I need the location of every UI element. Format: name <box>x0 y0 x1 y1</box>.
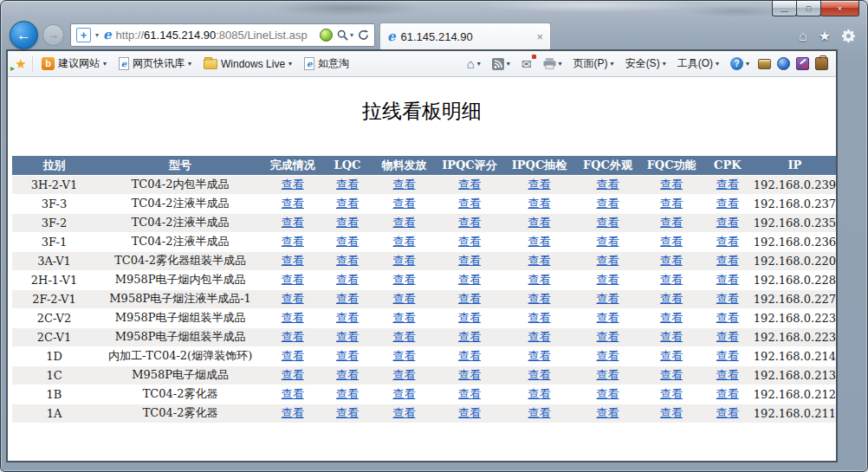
view-link[interactable]: 查看 <box>596 216 619 229</box>
view-link[interactable]: 查看 <box>392 330 415 343</box>
gear-icon[interactable] <box>842 29 855 42</box>
view-link[interactable]: 查看 <box>596 311 619 324</box>
view-link[interactable]: 查看 <box>458 292 481 305</box>
view-link[interactable]: 查看 <box>282 368 304 381</box>
view-link[interactable]: 查看 <box>458 387 481 400</box>
view-link[interactable]: 查看 <box>392 216 415 229</box>
close-button[interactable]: × <box>820 1 859 16</box>
translate-icon[interactable] <box>796 57 809 70</box>
view-link[interactable]: 查看 <box>596 330 619 343</box>
view-link[interactable]: 查看 <box>336 349 359 362</box>
site-list-button[interactable]: + <box>76 28 91 42</box>
favorites-star-icon[interactable]: ★ <box>819 28 831 44</box>
view-link[interactable]: 查看 <box>392 387 415 400</box>
view-link[interactable]: 查看 <box>282 330 304 343</box>
view-link[interactable]: 查看 <box>716 254 739 267</box>
view-link[interactable]: 查看 <box>716 292 739 305</box>
view-link[interactable]: 查看 <box>716 197 739 210</box>
favorites-item[interactable]: Windows Live▾ <box>198 56 298 72</box>
view-link[interactable]: 查看 <box>458 368 481 381</box>
view-link[interactable]: 查看 <box>716 368 739 381</box>
view-link[interactable]: 查看 <box>660 311 683 324</box>
view-link[interactable]: 查看 <box>660 349 683 362</box>
view-link[interactable]: 查看 <box>528 406 551 419</box>
addon-icon[interactable] <box>320 29 333 42</box>
view-link[interactable]: 查看 <box>716 311 739 324</box>
view-link[interactable]: 查看 <box>458 273 481 286</box>
view-link[interactable]: 查看 <box>458 349 481 362</box>
view-link[interactable]: 查看 <box>660 235 683 248</box>
view-link[interactable]: 查看 <box>282 349 304 362</box>
view-link[interactable]: 查看 <box>660 406 683 419</box>
view-link[interactable]: 查看 <box>458 330 481 343</box>
view-link[interactable]: 查看 <box>282 406 304 419</box>
view-link[interactable]: 查看 <box>660 178 683 191</box>
favorites-item[interactable]: e如意淘 <box>298 55 355 73</box>
view-link[interactable]: 查看 <box>528 292 551 305</box>
view-link[interactable]: 查看 <box>528 311 551 324</box>
view-link[interactable]: 查看 <box>596 368 619 381</box>
view-link[interactable]: 查看 <box>660 254 683 267</box>
view-link[interactable]: 查看 <box>596 254 619 267</box>
forward-button[interactable]: → <box>42 24 64 46</box>
view-link[interactable]: 查看 <box>392 273 415 286</box>
chevron-down-icon[interactable]: ▾ <box>95 31 99 39</box>
briefcase-icon[interactable] <box>815 57 828 70</box>
view-link[interactable]: 查看 <box>282 235 304 248</box>
globe-icon[interactable] <box>777 57 790 70</box>
maximize-button[interactable]: □ <box>796 1 821 16</box>
view-link[interactable]: 查看 <box>528 387 551 400</box>
view-link[interactable]: 查看 <box>336 368 359 381</box>
view-link[interactable]: 查看 <box>282 178 304 191</box>
view-link[interactable]: 查看 <box>392 406 415 419</box>
view-link[interactable]: 查看 <box>336 235 359 248</box>
view-link[interactable]: 查看 <box>336 387 359 400</box>
favorites-item[interactable]: b建议网站▾ <box>36 55 113 73</box>
view-link[interactable]: 查看 <box>716 349 739 362</box>
view-link[interactable]: 查看 <box>528 216 551 229</box>
view-link[interactable]: 查看 <box>392 349 415 362</box>
view-link[interactable]: 查看 <box>660 292 683 305</box>
view-link[interactable]: 查看 <box>596 178 619 191</box>
view-link[interactable]: 查看 <box>458 254 481 267</box>
view-link[interactable]: 查看 <box>282 311 304 324</box>
favorites-item[interactable]: e网页快讯库▾ <box>113 55 198 73</box>
view-link[interactable]: 查看 <box>528 254 551 267</box>
view-link[interactable]: 查看 <box>716 273 739 286</box>
view-link[interactable]: 查看 <box>392 368 415 381</box>
view-link[interactable]: 查看 <box>282 197 304 210</box>
browser-tab[interactable]: e 61.145.214.90 × <box>379 23 551 49</box>
view-link[interactable]: 查看 <box>660 216 683 229</box>
view-link[interactable]: 查看 <box>336 197 359 210</box>
view-link[interactable]: 查看 <box>336 406 359 419</box>
view-link[interactable]: 查看 <box>282 273 304 286</box>
view-link[interactable]: 查看 <box>528 197 551 210</box>
view-link[interactable]: 查看 <box>716 216 739 229</box>
tab-close-icon[interactable]: × <box>536 30 543 43</box>
home-icon[interactable]: ⌂ <box>799 29 807 44</box>
view-link[interactable]: 查看 <box>336 254 359 267</box>
view-link[interactable]: 查看 <box>458 406 481 419</box>
view-link[interactable]: 查看 <box>660 368 683 381</box>
view-link[interactable]: 查看 <box>528 178 551 191</box>
view-link[interactable]: 查看 <box>392 197 415 210</box>
print-button[interactable]: ▾ <box>541 56 565 71</box>
wallet-icon[interactable] <box>758 59 771 69</box>
view-link[interactable]: 查看 <box>660 273 683 286</box>
address-bar[interactable]: + ▾ e http://61.145.214.90:8085/LineList… <box>70 23 375 47</box>
back-button[interactable]: ← <box>10 21 38 49</box>
page-menu[interactable]: 页面(P)▾ <box>571 55 617 73</box>
minimize-button[interactable]: — <box>772 1 797 16</box>
feeds-button[interactable]: ▾ <box>489 56 513 72</box>
view-link[interactable]: 查看 <box>596 273 619 286</box>
view-link[interactable]: 查看 <box>716 406 739 419</box>
view-link[interactable]: 查看 <box>528 273 551 286</box>
view-link[interactable]: 查看 <box>528 368 551 381</box>
view-link[interactable]: 查看 <box>392 311 415 324</box>
view-link[interactable]: 查看 <box>392 292 415 305</box>
view-link[interactable]: 查看 <box>596 349 619 362</box>
home-menu-button[interactable]: ⌂▾ <box>464 55 483 72</box>
view-link[interactable]: 查看 <box>336 273 359 286</box>
view-link[interactable]: 查看 <box>282 292 304 305</box>
view-link[interactable]: 查看 <box>336 311 359 324</box>
